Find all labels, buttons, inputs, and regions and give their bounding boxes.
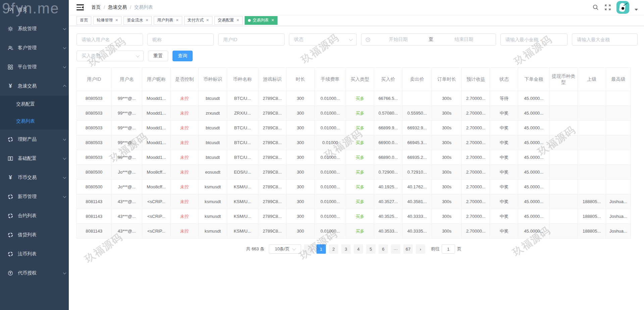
page-size-label: 10条/页 [275,246,290,252]
page-button-4[interactable]: 4 [354,244,363,254]
cell-币种名称: KSM/U... [227,209,258,224]
cell-用户ID: 8081143 [77,209,111,224]
status-select[interactable]: 状态 [289,34,357,46]
sidebar-toggle-icon[interactable] [77,4,84,10]
column-header-手续费率: 手续费率 [314,68,346,91]
min-amount-input[interactable] [500,34,567,46]
avatar[interactable] [616,1,629,14]
sidebar-item-5[interactable]: ¥急速交易 [0,76,69,96]
reset-button[interactable]: 重置 [148,51,168,61]
page-button-2[interactable]: 2 [329,244,338,254]
start-date-placeholder[interactable]: 开始日期 [370,37,426,43]
cell-时长: 300 [286,180,314,194]
cell-下单金额: 45.0000... [518,121,549,135]
sidebar-item-label: 法币列表 [18,251,37,257]
sidebar-item-1[interactable]: 首页 [0,0,69,19]
sidebar-item-2[interactable]: 系统管理 [0,19,69,38]
sidebar-item-11[interactable]: 借贷列表 [0,225,69,244]
sidebar-item-13[interactable]: 代币授权 [0,263,69,283]
goto-page-input[interactable] [442,244,455,254]
sidebar-item-10[interactable]: 合约列表 [0,206,69,225]
cell-币种标识: btcusdt [199,135,227,150]
search-icon[interactable] [592,4,599,11]
chevron-down-icon [63,65,66,68]
tab-支付方式[interactable]: 支付方式✕ [184,16,212,25]
cell-状态: 中奖 [490,180,518,194]
sidebar-item-8[interactable]: ¥币币交易 [0,168,69,187]
sidebar-item-4[interactable]: 平台管理 [0,57,69,76]
cell-游戏标识: 2789C8... [258,209,286,224]
sidebar-subitem-交易列表[interactable]: 交易列表 [0,113,69,130]
page-button-1[interactable]: 1 [316,244,326,254]
breadcrumb-item-2[interactable]: 急速交易 [108,4,127,10]
breadcrumb-item-3: 交易列表 [134,4,153,10]
page-button-6[interactable]: 6 [379,244,388,254]
cell-订单时长: 300s [432,91,462,106]
status-select-placeholder: 状态 [294,37,303,43]
cell-用户名: 99***@... [111,150,142,165]
page-button-3[interactable]: 3 [341,244,351,254]
tab-用户列表[interactable]: 用户列表✕ [154,16,182,25]
tab-首页[interactable]: 首页 [77,16,91,25]
userid-input[interactable] [218,34,285,46]
cell-最高级 [606,150,631,165]
user-menu-caret-icon[interactable] [635,9,638,11]
tab-交易列表[interactable]: 交易列表✕ [245,16,278,25]
cell-买入类型: 买多 [346,165,374,180]
chevron-down-icon [63,194,66,198]
cell-是否控制: 未控 [170,135,199,150]
tab-close-icon[interactable]: ✕ [115,18,118,22]
cell-游戏标识: 2789C8... [258,91,286,106]
cell-游戏标识: 2789C8... [258,180,286,194]
cell-手续费率: 0.01000... [314,194,346,209]
tab-交易配置[interactable]: 交易配置✕ [214,16,243,25]
sidebar-item-7[interactable]: 基础配置 [0,149,69,168]
sidebar-item-12[interactable]: 法币列表 [0,244,69,263]
date-range-picker[interactable]: 开始日期 至 结束日期 [361,34,496,46]
breadcrumb-item-1[interactable]: 首页 [91,4,101,10]
chevron-up-icon [63,85,66,88]
sidebar-item-label: 借贷列表 [18,232,37,238]
page-button-67[interactable]: 67 [403,244,413,254]
cell-手续费率: 0.01000... [314,209,346,224]
cell-用户名: 43***@... [111,194,142,209]
next-page-button[interactable]: › [416,244,425,254]
chevron-down-icon [349,37,353,41]
cell-订单时长: 300s [432,180,462,194]
tab-资金流水[interactable]: 资金流水✕ [123,16,152,25]
cell-买入价: 66900.0... [374,135,402,150]
tab-close-icon[interactable]: ✕ [206,18,209,22]
sidebar-item-6[interactable]: 理财产品 [0,130,69,149]
cell-状态: 中奖 [490,150,518,165]
end-date-placeholder[interactable]: 结束日期 [436,37,492,43]
fullscreen-icon[interactable] [604,4,611,11]
nickname-input[interactable] [147,34,214,46]
tab-close-icon[interactable]: ✕ [271,18,274,22]
page-button-5[interactable]: 5 [366,244,376,254]
sidebar-item-3[interactable]: 客户管理 [0,38,69,57]
search-button[interactable]: 查询 [172,51,193,61]
cell-上级 [578,135,606,150]
cell-上级 [578,165,606,180]
cell-用户ID: 8080503 [77,91,111,106]
more-pages-icon[interactable]: ··· [391,244,400,254]
tab-close-icon[interactable]: ✕ [236,18,239,22]
username-input[interactable] [77,34,143,46]
sidebar-item-label: 首页 [18,7,27,13]
table-header-row: 用户ID用户名用户昵称是否控制币种标识币种名称游戏标识时长手续费率买入类型买入价… [77,68,631,91]
buy-type-select[interactable]: 买入类型 [77,51,144,61]
tab-label: 轮播管理 [97,17,113,23]
sidebar-subitem-交易配置[interactable]: 交易配置 [0,96,69,113]
cell-下单金额: 45.0000... [518,224,549,239]
prev-page-button[interactable]: ‹ [304,244,313,254]
tab-轮播管理[interactable]: 轮播管理✕ [93,16,121,25]
tab-close-icon[interactable]: ✕ [145,18,148,22]
tab-close-icon[interactable]: ✕ [176,18,179,22]
max-amount-input[interactable] [572,34,638,46]
column-header-卖出价: 卖出价 [402,68,432,91]
cell-状态: 中奖 [490,106,518,121]
cell-买入价: 66890.0... [374,150,402,165]
page-size-select[interactable]: 10条/页 [269,244,301,254]
sidebar-item-9[interactable]: 新币管理 [0,187,69,206]
segmented-circle-icon [7,251,13,257]
